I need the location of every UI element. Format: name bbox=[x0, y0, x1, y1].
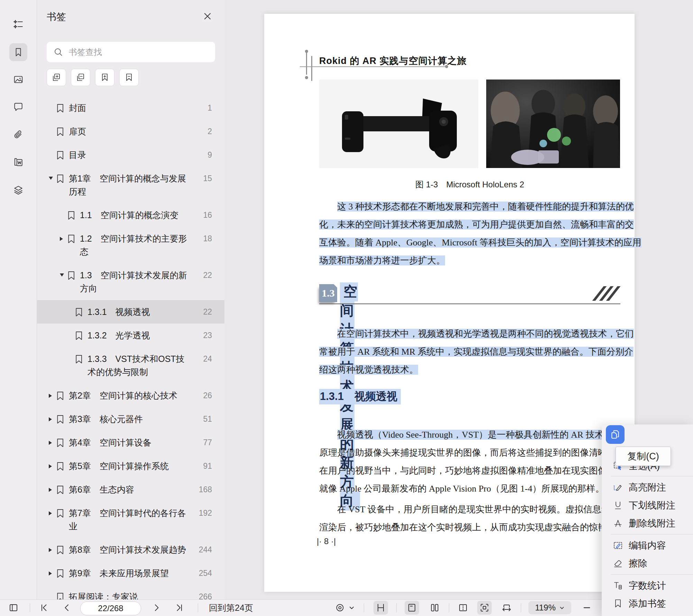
two-page-button[interactable] bbox=[427, 601, 442, 615]
expand-all-button[interactable] bbox=[47, 69, 66, 86]
layers-panel-button[interactable] bbox=[9, 181, 27, 199]
chevron-right-icon[interactable] bbox=[47, 506, 55, 520]
menu-item-strikethrough[interactable]: 删除线附注 bbox=[602, 515, 693, 532]
bookmark-icon bbox=[74, 354, 83, 363]
bookmark-page-number: 168 bbox=[194, 483, 212, 496]
menu-item-erase[interactable]: 擦除 bbox=[602, 555, 693, 572]
menu-item-underline[interactable]: 下划线附注 bbox=[602, 497, 693, 514]
book-view-button[interactable] bbox=[456, 601, 470, 615]
zoom-out-button[interactable] bbox=[580, 601, 594, 615]
first-page-button[interactable] bbox=[37, 601, 51, 615]
highlight-annotation-icon bbox=[613, 482, 623, 493]
last-page-button[interactable] bbox=[172, 601, 187, 615]
bookmark-page-number: 23 bbox=[194, 329, 212, 342]
bookmark-icon bbox=[613, 598, 623, 609]
menu-item-edit-content[interactable]: 编辑内容 bbox=[602, 537, 693, 554]
menu-item-copy[interactable]: 复制(C) bbox=[616, 447, 671, 466]
bookmark-item-ch5[interactable]: 第5章 空间计算操作系统91 bbox=[37, 454, 224, 478]
continuous-scroll-button[interactable] bbox=[373, 601, 388, 615]
chevron-right-icon[interactable] bbox=[47, 389, 55, 402]
comments-panel-button[interactable] bbox=[9, 98, 27, 116]
bookmark-item-titlepage[interactable]: 扉页2 bbox=[37, 120, 224, 143]
menu-item-highlight[interactable]: 高亮附注 bbox=[602, 479, 693, 496]
remove-bookmark-button[interactable] bbox=[119, 69, 139, 86]
bookmark-icon bbox=[66, 234, 75, 243]
quick-copy-button[interactable] bbox=[606, 425, 625, 444]
chevron-right-icon[interactable] bbox=[47, 567, 55, 580]
menu-divider bbox=[611, 534, 693, 534]
chevron-right-icon[interactable] bbox=[47, 459, 55, 473]
bookmark-item-ch8[interactable]: 第8章 空间计算技术发展趋势244 bbox=[37, 538, 224, 561]
menu-item-label: 字数统计 bbox=[629, 579, 666, 592]
page-number-input[interactable] bbox=[80, 601, 141, 615]
chevron-right-icon[interactable] bbox=[47, 436, 55, 449]
pdf-reader-window: 书签 bbox=[0, 0, 693, 616]
text-line: 在 VST 设备中，用户所目睹的是现实世界中的实时视频。虚拟信息经过 bbox=[337, 504, 619, 514]
bookmark-item-1-3[interactable]: 1.3 空间计算技术发展的新方向22 bbox=[37, 263, 224, 300]
selected-subsection-title: 1.3.1 视频透视 bbox=[319, 389, 401, 404]
bookmark-item-ch3[interactable]: 第3章 核心元器件51 bbox=[37, 407, 224, 431]
fit-width-button[interactable] bbox=[499, 601, 514, 615]
bookmark-item-1-2[interactable]: 1.2 空间计算技术的主要形态18 bbox=[37, 227, 224, 263]
bookmark-item-cover[interactable]: 封面1 bbox=[37, 96, 224, 120]
bookmark-label: 1.3 空间计算技术发展的新方向 bbox=[75, 269, 194, 295]
selected-text-line: 常被用于 AR 系统和 MR 系统中，实现虚拟信息与现实世界的融合。下面分别介 bbox=[319, 347, 634, 357]
chevron-right-icon[interactable] bbox=[47, 483, 55, 496]
bookmark-item-ch6[interactable]: 第6章 生态内容168 bbox=[37, 478, 224, 501]
selection-context-menu: 复制(C) 全选(A) 高亮附注 下划线附注 删 bbox=[602, 424, 693, 616]
single-page-button[interactable] bbox=[405, 601, 419, 615]
chevron-down-icon[interactable] bbox=[58, 269, 66, 282]
menu-item-label: 擦除 bbox=[629, 557, 647, 570]
view-mode-button[interactable] bbox=[333, 601, 347, 615]
ai-outline-button[interactable] bbox=[9, 15, 27, 33]
bookmark-item-ch9[interactable]: 第9章 未来应用场景展望254 bbox=[37, 561, 224, 585]
text-line: 在用户的视野当中，与此同时，巧妙地将虚拟图像精准地叠加在现实图像之 bbox=[319, 466, 616, 476]
collapse-all-button[interactable] bbox=[71, 69, 90, 86]
thumbnails-panel-button[interactable] bbox=[9, 71, 27, 88]
chevron-right-icon[interactable] bbox=[58, 232, 66, 245]
fit-width-icon bbox=[502, 603, 511, 613]
menu-item-word-count[interactable]: 字数统计 bbox=[602, 577, 693, 594]
view-mode-dropdown[interactable] bbox=[347, 601, 356, 615]
next-page-button[interactable] bbox=[149, 601, 164, 615]
bookmark-item-1-3-1-selected[interactable]: 1.3.1 视频透视22 bbox=[37, 300, 224, 324]
close-icon[interactable] bbox=[202, 11, 213, 21]
back-to-page-button[interactable]: 回到第24页 bbox=[209, 600, 253, 616]
text-line: 渲染后，被巧妙地叠加在这个实时视频上，从而成功实现虚实融合的惊艳效 bbox=[319, 522, 616, 532]
bookmark-item-ch4[interactable]: 第4章 空间计算设备77 bbox=[37, 431, 224, 454]
divider bbox=[396, 603, 397, 612]
bookmark-item-ch7[interactable]: 第7章 空间计算时代的各行各业192 bbox=[37, 501, 224, 538]
zoom-level-dropdown[interactable]: 119% bbox=[528, 601, 571, 614]
bookmark-label: 第2章 空间计算的核心技术 bbox=[64, 389, 194, 402]
bookmark-item-1-1[interactable]: 1.1 空间计算的概念演变16 bbox=[37, 203, 224, 227]
search-input[interactable] bbox=[68, 47, 208, 57]
bookmark-item-toc[interactable]: 目录9 bbox=[37, 143, 224, 167]
add-bookmark-button[interactable] bbox=[95, 69, 114, 86]
chevron-right-icon[interactable] bbox=[47, 543, 55, 556]
bookmark-item-ch1[interactable]: 第1章 空间计算的概念与发展历程15 bbox=[37, 167, 224, 203]
menu-divider bbox=[611, 574, 693, 575]
export-word-panel-button[interactable] bbox=[9, 153, 27, 171]
decor-dot bbox=[445, 65, 448, 68]
bookmark-item-1-3-3[interactable]: 1.3.3 VST技术和OST技术的优势与限制24 bbox=[37, 347, 224, 384]
selected-text-line: 在空间计算技术中，视频透视和光学透视是两种不同的视觉透视技术，它们 bbox=[337, 329, 634, 339]
attachments-panel-button[interactable] bbox=[9, 126, 27, 144]
image-icon bbox=[13, 74, 24, 85]
bookmark-label: 第5章 空间计算操作系统 bbox=[64, 459, 194, 473]
chevron-right-icon[interactable] bbox=[47, 412, 55, 426]
toggle-sidebar-button[interactable] bbox=[6, 601, 21, 615]
panel-title: 书签 bbox=[47, 10, 66, 24]
bookmarks-panel-button[interactable] bbox=[9, 43, 27, 61]
search-icon bbox=[54, 47, 63, 57]
fit-page-button[interactable] bbox=[477, 601, 492, 615]
bookmark-page-number: 254 bbox=[194, 567, 212, 580]
zoom-level-value: 119% bbox=[535, 603, 556, 613]
text-line: 原理是借助摄像头来捕捉现实世界的图像，而后将这些捕捉到的图像清晰地 bbox=[319, 448, 616, 458]
word-pages-icon bbox=[13, 157, 24, 167]
menu-item-add-bookmark[interactable]: 添加书签 bbox=[602, 595, 693, 612]
bookmark-item-1-3-2[interactable]: 1.3.2 光学透视23 bbox=[37, 324, 224, 347]
chevron-down-icon[interactable] bbox=[47, 172, 55, 185]
previous-page-button[interactable] bbox=[59, 601, 74, 615]
bookmark-item-ch2[interactable]: 第2章 空间计算的核心技术26 bbox=[37, 384, 224, 407]
bookmark-page-number: 22 bbox=[194, 269, 212, 282]
